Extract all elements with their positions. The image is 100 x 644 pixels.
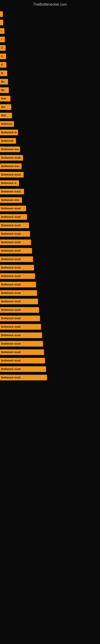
bar-label-17: Bottleneck result xyxy=(1,156,21,159)
bar-row: Bottleneck result xyxy=(0,222,100,229)
bar-label-11: Bot xyxy=(1,106,5,108)
bar-label-21: Bottleneck result xyxy=(1,190,21,193)
bar-12: Bott xyxy=(0,113,12,118)
bar-13: Bottlenec xyxy=(0,121,14,127)
bar-row: Bo xyxy=(0,78,100,86)
bar-7: B xyxy=(0,70,7,76)
bar-label-30: Bottleneck result xyxy=(1,266,21,269)
bar-18: Bottleneck resu xyxy=(0,164,22,169)
bar-28: Bottleneck result xyxy=(0,248,32,254)
bar-row: Bottleneck result xyxy=(0,154,100,162)
bar-label-28: Bottleneck result xyxy=(1,249,21,252)
bar-label-2: r xyxy=(1,30,2,32)
bar-row: B xyxy=(0,44,100,52)
bar-row: Bottleneck result xyxy=(0,332,100,339)
bar-41: Bottleneck result xyxy=(0,358,45,364)
bar-row: Bottleneck result xyxy=(0,256,100,263)
bar-row: r xyxy=(0,27,100,35)
bar-row: Bott xyxy=(0,112,100,119)
bar-label-43: Bottleneck result xyxy=(1,376,21,379)
bar-row: Bottleneck result xyxy=(0,230,100,238)
bar-label-13: Bottlenec xyxy=(1,122,12,126)
bar-6: E xyxy=(0,62,6,68)
bar-row: Bottleneck result xyxy=(0,264,100,272)
site-title: TheBottlenecker.com xyxy=(0,0,100,8)
bar-label-19: Bottleneck result xyxy=(1,173,21,176)
bar-25: Bottleneck result xyxy=(0,222,29,228)
bar-label-7: B xyxy=(1,72,3,75)
bar-row: Bottleneck res xyxy=(0,128,100,136)
bar-37: Bottleneck result xyxy=(0,324,41,330)
bar-label-40: Bottleneck result xyxy=(1,351,21,354)
bar-row: Bottleneck result xyxy=(0,348,100,356)
bar-label-3: r xyxy=(1,38,2,41)
bar-label-9: Bo xyxy=(1,89,4,92)
bar-label-31: Bottleneck result xyxy=(1,275,21,278)
bar-label-10: Bott xyxy=(1,97,6,100)
bar-4: B xyxy=(0,45,6,51)
bar-10: Bott xyxy=(0,96,10,102)
bar-43: Bottleneck result xyxy=(0,375,47,380)
bar-row: Bo xyxy=(0,86,100,94)
bar-30: Bottleneck result xyxy=(0,265,34,270)
bar-29: Bottleneck result xyxy=(0,256,33,262)
bar-row: r xyxy=(0,36,100,43)
bar-row: Bottleneck re xyxy=(0,179,100,187)
bar-row: B xyxy=(0,70,100,77)
bar-row: Bottleneck result xyxy=(0,238,100,246)
bar-label-8: Bo xyxy=(1,80,4,83)
bar-label-16: Bottleneck resu xyxy=(1,148,19,151)
bar-35: Bottleneck result xyxy=(0,307,39,313)
bar-label-12: Bott xyxy=(1,114,6,117)
bar-27: Bottleneck result xyxy=(0,240,31,245)
bar-row: Bottleneck result xyxy=(0,205,100,212)
bar-row: Bottleneck result xyxy=(0,340,100,348)
bar-9: Bo xyxy=(0,87,9,93)
bar-8: Bo xyxy=(0,79,8,84)
bar-row: Bottleneck result xyxy=(0,374,100,381)
bar-label-29: Bottleneck result xyxy=(1,258,21,260)
bar-row: Bottleneck xyxy=(0,137,100,145)
bar-11: Bot xyxy=(0,104,11,110)
bars-container: rrBEEBBoBoBottBotBottBottlenecBottleneck… xyxy=(0,8,100,384)
bar-0 xyxy=(0,11,3,17)
bar-label-33: Bottleneck result xyxy=(1,292,21,294)
bar-label-15: Bottleneck xyxy=(1,140,13,142)
bar-31: Bottleneck result xyxy=(0,273,35,279)
bar-26: Bottleneck result xyxy=(0,231,30,237)
bar-row: Bott xyxy=(0,95,100,102)
bar-39: Bottleneck result xyxy=(0,341,43,346)
bar-24: Bottleneck result xyxy=(0,214,27,220)
bar-32: Bottleneck result xyxy=(0,282,36,288)
bar-label-41: Bottleneck result xyxy=(1,359,21,362)
bar-label-4: B xyxy=(1,46,3,49)
bar-38: Bottleneck result xyxy=(0,332,42,338)
bar-15: Bottleneck xyxy=(0,138,16,144)
bar-14: Bottleneck res xyxy=(0,130,18,135)
bar-label-42: Bottleneck result xyxy=(1,368,21,370)
bar-label-34: Bottleneck result xyxy=(1,300,21,303)
bar-row: Bottleneck result xyxy=(0,213,100,221)
bar-label-32: Bottleneck result xyxy=(1,283,21,286)
bar-label-23: Bottleneck result xyxy=(1,207,21,210)
bar-row: Bottleneck result xyxy=(0,272,100,280)
bar-row xyxy=(0,10,100,18)
bar-row xyxy=(0,19,100,26)
bar-3: r xyxy=(0,37,5,42)
bar-label-27: Bottleneck result xyxy=(1,241,21,244)
bar-23: Bottleneck result xyxy=(0,206,26,211)
bar-row: E xyxy=(0,61,100,69)
bar-row: Bottleneck result xyxy=(0,314,100,322)
bar-36: Bottleneck result xyxy=(0,316,40,321)
bar-label-39: Bottleneck result xyxy=(1,342,21,345)
bar-21: Bottleneck result xyxy=(0,189,24,194)
bar-19: Bottleneck result xyxy=(0,172,24,178)
bar-17: Bottleneck result xyxy=(0,155,23,160)
bar-label-18: Bottleneck resu xyxy=(1,165,19,168)
bar-row: Bottleneck resu xyxy=(0,146,100,153)
bar-row: Bottleneck result xyxy=(0,188,100,196)
bar-row: Bot xyxy=(0,103,100,111)
bar-row: Bottleneck result xyxy=(0,289,100,297)
bar-row: Bottleneck result xyxy=(0,365,100,373)
bar-5: E xyxy=(0,54,6,59)
